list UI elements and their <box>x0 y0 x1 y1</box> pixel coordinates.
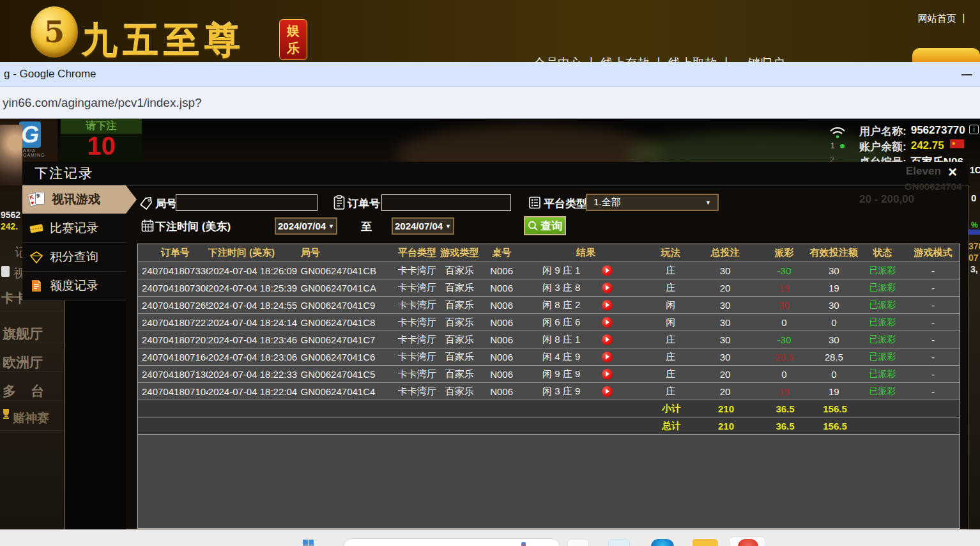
play-video-button[interactable] <box>602 386 613 397</box>
subtotal-row: 小计 210 36.5 156.5 <box>138 400 960 417</box>
bet-records-table: 订单号下注时间 (美东)局号平台类型游戏类型桌号结果玩法总投注派彩有效投注额状态… <box>137 244 960 529</box>
close-icon[interactable]: × <box>948 163 957 181</box>
chevron-down-icon: ▼ <box>705 199 711 206</box>
site-banner: 5 九五至尊 娱 乐 网站首页 丨 会员中心 丨 线上存款 丨 线上取款 丨 一… <box>0 0 980 62</box>
cell-game-mode: - <box>907 383 960 400</box>
date-to-picker[interactable]: 2024/07/04 ▼ <box>392 217 454 235</box>
cell-result: 闲 8 庄 1 <box>522 331 650 348</box>
cell-payout: 0 <box>758 314 809 331</box>
play-video-button[interactable] <box>602 369 613 380</box>
cell-play-type: 庄 <box>650 279 692 296</box>
tab-quota-records[interactable]: 额度记录 <box>22 272 126 300</box>
site-logo-badge: 娱 乐 <box>279 19 307 60</box>
play-video-button[interactable] <box>602 334 613 345</box>
play-video-button[interactable] <box>602 265 613 276</box>
table-header-row: 订单号下注时间 (美东)局号平台类型游戏类型桌号结果玩法总投注派彩有效投注额状态… <box>138 244 960 261</box>
edge-browser-icon[interactable] <box>651 539 674 546</box>
cell-result: 闲 3 庄 8 <box>522 279 650 296</box>
left-fragment-record: 记 <box>15 244 22 261</box>
document-icon <box>29 279 44 292</box>
info-icon[interactable]: i <box>969 125 979 134</box>
dealer-photo <box>0 125 22 185</box>
cell-play-type: 庄 <box>650 262 692 279</box>
cell-result: 闲 6 庄 6 <box>522 314 650 331</box>
table-row: 240704180710481 2024-07-04 18:22:04 GN00… <box>138 382 960 400</box>
cell-valid-bet: 0 <box>809 314 858 331</box>
cell-status: 已派彩 <box>858 279 907 296</box>
platform-type-select[interactable]: 1.全部 ▼ <box>586 194 719 211</box>
wifi-icon <box>829 125 846 139</box>
cell-platform: 卡卡湾厅 <box>396 366 438 382</box>
cell-status: 已派彩 <box>858 331 907 348</box>
cell-table-number: N006 <box>481 279 522 296</box>
cell-game-type: 百家乐 <box>438 348 481 365</box>
tab-match-records[interactable]: 比赛记录 <box>22 214 126 243</box>
play-video-button[interactable] <box>602 283 613 293</box>
cell-play-type: 闲 <box>650 297 692 313</box>
cell-payout: 30 <box>758 297 809 313</box>
column-header: 游戏类型 <box>438 244 481 261</box>
cell-bet-time: 2024-07-04 18:23:46 <box>208 331 301 348</box>
cell-round-number: GN006247041C5 <box>301 366 397 382</box>
cell-order-number: 240704180733671 <box>138 262 208 279</box>
site-logo-text: 九五至尊 <box>82 17 245 65</box>
chrome-urlbar[interactable]: yin66.com/agingame/pcv1/index.jsp? <box>0 87 980 119</box>
cell-round-number: GN006247041C6 <box>301 348 397 365</box>
round-number-input[interactable] <box>176 194 318 211</box>
play-video-button[interactable] <box>602 352 613 363</box>
column-header: 局号 <box>301 244 397 261</box>
cell-payout: 28.5 <box>758 348 809 365</box>
tab-label: 视讯游戏 <box>52 191 100 208</box>
result-text: 闲 8 庄 1 <box>542 334 580 346</box>
taskbar-app-icon[interactable] <box>608 539 630 546</box>
column-header: 游戏模式 <box>907 244 960 261</box>
minimize-button[interactable] <box>961 74 972 75</box>
chrome-window-title: g - Google Chrome <box>4 68 96 81</box>
active-app-red-icon[interactable] <box>738 539 758 546</box>
search-button[interactable]: 查询 <box>524 216 566 235</box>
cell-table-number: N006 <box>481 383 522 400</box>
play-video-button[interactable] <box>602 317 613 328</box>
right-fragment-6: 3, <box>970 264 978 274</box>
right-fragment-2: 0 <box>971 192 976 203</box>
play-video-button[interactable] <box>602 300 613 311</box>
file-explorer-icon[interactable] <box>693 539 718 546</box>
tab-points-inquiry[interactable]: 积分查询 <box>22 243 126 272</box>
ag-logo-subtitle: ASIA GAMING <box>23 148 57 157</box>
total-payout: 36.5 <box>760 417 811 434</box>
cell-bet-time: 2024-07-04 18:24:55 <box>208 297 301 313</box>
tab-video-games[interactable]: K♥9 视讯游戏 <box>22 185 126 214</box>
windows-start-button[interactable] <box>303 540 314 546</box>
cell-result: 闲 8 庄 2 <box>522 297 650 313</box>
signal-row-1: 1 <box>831 141 845 150</box>
date-from-picker[interactable]: 2024/07/04 ▼ <box>275 217 337 235</box>
cell-total-bet: 30 <box>692 348 759 365</box>
cell-table-number: N006 <box>481 297 522 313</box>
bet-records-dialog: 下注记录 × Eleven GN00624704 20 - 200,00 K♥9… <box>22 162 969 529</box>
cell-platform: 卡卡湾厅 <box>396 314 438 331</box>
taskbar-app-icon[interactable] <box>567 539 589 546</box>
table-body: 240704180733671 2024-07-04 18:26:09 GN00… <box>138 261 960 400</box>
result-text: 闲 6 庄 6 <box>542 316 580 329</box>
site-logo-coin: 5 <box>31 6 78 58</box>
cell-round-number: GN006247041C4 <box>301 383 397 400</box>
table-row: 240704180730849 2024-07-04 18:25:39 GN00… <box>138 279 960 296</box>
cell-status: 已派彩 <box>858 262 907 279</box>
right-fragment-4: 378 <box>969 241 980 251</box>
cell-round-number: GN006247041C8 <box>301 314 397 331</box>
cell-round-number: GN006247041C7 <box>301 331 397 348</box>
order-number-input[interactable] <box>381 194 511 211</box>
home-link[interactable]: 网站首页 丨 <box>918 13 969 25</box>
taskbar-search-box[interactable] <box>343 538 560 546</box>
total-valid: 156.5 <box>811 417 859 434</box>
cell-game-mode: - <box>907 331 960 348</box>
table-row: 240704180716405 2024-07-04 18:23:06 GN00… <box>138 348 960 365</box>
banner-gold-button[interactable] <box>912 48 980 62</box>
cell-payout: 0 <box>758 366 809 382</box>
cell-status: 已派彩 <box>858 314 907 331</box>
tab-label: 额度记录 <box>50 277 98 294</box>
cell-status: 已派彩 <box>858 366 907 382</box>
left-menu-kaka[interactable]: 卡卡 <box>1 290 22 307</box>
right-fragment-1: 1C <box>970 165 980 175</box>
column-header: 结果 <box>522 244 650 261</box>
